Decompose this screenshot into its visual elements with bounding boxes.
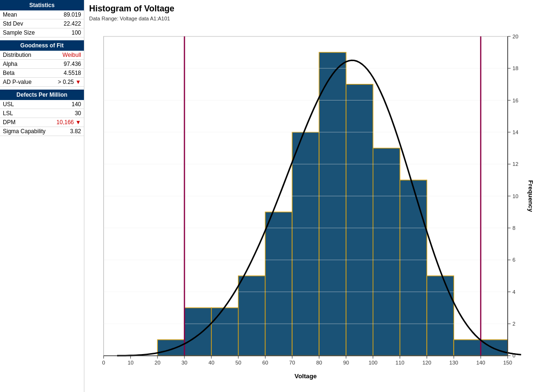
dpm-label: USL <box>0 100 52 109</box>
stats-row: Mean89.019 <box>0 10 84 19</box>
histogram-bar <box>292 132 319 356</box>
stat-value: 100 <box>52 28 84 37</box>
gof-value: Weibull <box>46 51 84 60</box>
statistics-table: Mean89.019Std Dev22.422Sample Size100 <box>0 10 84 37</box>
x-tick-label: 80 <box>316 360 322 365</box>
y-tick-label: 6 <box>512 257 515 263</box>
x-axis-label: Voltage <box>294 373 317 380</box>
stat-label: Std Dev <box>0 19 52 28</box>
gof-value: 97.436 <box>46 60 84 69</box>
x-tick-label: 30 <box>182 360 187 365</box>
x-tick-label: 140 <box>476 360 485 365</box>
x-tick-label: 40 <box>209 360 214 365</box>
stats-row: Sample Size100 <box>0 28 84 37</box>
histogram-bar <box>346 84 373 356</box>
y-tick-label: 20 <box>512 34 518 39</box>
y-tick-label: 4 <box>512 289 515 295</box>
histogram-bar <box>427 276 454 356</box>
y-tick-label: 8 <box>512 225 515 231</box>
histogram-bar <box>319 52 346 356</box>
dpm-label: LSL <box>0 109 52 118</box>
histogram-bar <box>400 180 427 356</box>
stat-label: Sample Size <box>0 28 52 37</box>
dpm-row: LSL30 <box>0 109 84 118</box>
gof-label: Alpha <box>0 60 46 69</box>
x-tick-label: 90 <box>343 360 349 365</box>
gof-row: AD P-value> 0.25 ▼ <box>0 78 84 87</box>
dpm-label: DPM <box>0 118 52 127</box>
statistics-header: Statistics <box>0 0 84 10</box>
goodness-table: DistributionWeibullAlpha97.436Beta4.5518… <box>0 51 84 87</box>
x-tick-label: 100 <box>368 360 377 365</box>
stat-value: 89.019 <box>52 10 84 19</box>
stat-value: 22.422 <box>52 19 84 28</box>
x-tick-label: 60 <box>262 360 268 365</box>
gof-row: Beta4.5518 <box>0 69 84 78</box>
goodness-header: Goodness of Fit <box>0 40 84 51</box>
gof-label: Beta <box>0 69 46 78</box>
chart-area: Histogram of Voltage Data Range: Voltage… <box>84 0 539 392</box>
dpm-section: Defects Per Million USL140LSL30DPM10,166… <box>0 90 84 136</box>
gof-label: Distribution <box>0 51 46 60</box>
histogram-bar <box>238 276 265 356</box>
gof-row: DistributionWeibull <box>0 51 84 60</box>
histogram-bar <box>184 308 211 356</box>
x-tick-label: 50 <box>235 360 241 365</box>
histogram-bar <box>481 340 508 356</box>
x-tick-label: 0 <box>102 360 105 365</box>
dpm-row: Sigma Capability3.82 <box>0 127 84 136</box>
sidebar: Statistics Mean89.019Std Dev22.422Sample… <box>0 0 84 392</box>
stats-row: Std Dev22.422 <box>0 19 84 28</box>
data-range: Data Range: Voltage data A1:A101 <box>89 16 534 21</box>
y-tick-label: 16 <box>512 98 518 103</box>
histogram-bar <box>157 340 184 356</box>
y-tick-label: 10 <box>512 193 518 199</box>
x-tick-label: 150 <box>503 360 512 365</box>
stat-label: Mean <box>0 10 52 19</box>
dpm-row: DPM10,166 ▼ <box>0 118 84 127</box>
goodness-section: Goodness of Fit DistributionWeibullAlpha… <box>0 40 84 87</box>
histogram-bar <box>373 148 400 356</box>
y-tick-label: 12 <box>512 161 518 167</box>
histogram-bar <box>454 340 481 356</box>
red-arrow-icon: ▼ <box>75 79 81 85</box>
dpm-row: USL140 <box>0 100 84 109</box>
x-tick-label: 10 <box>128 360 133 365</box>
chart-wrapper: 0102030405060708090100110120130140150024… <box>89 24 534 387</box>
x-tick-label: 110 <box>395 360 404 365</box>
main-container: Statistics Mean89.019Std Dev22.422Sample… <box>0 0 539 392</box>
x-tick-label: 120 <box>422 360 431 365</box>
red-arrow-icon: ▼ <box>75 119 81 126</box>
dpm-value: 10,166 ▼ <box>52 118 84 127</box>
histogram-bar <box>265 212 292 356</box>
gof-row: Alpha97.436 <box>0 60 84 69</box>
histogram-chart: 0102030405060708090100110120130140150024… <box>89 24 534 387</box>
y-tick-label: 2 <box>512 321 515 327</box>
x-tick-label: 70 <box>289 360 295 365</box>
dpm-value: 30 <box>52 109 84 118</box>
histogram-bar <box>211 308 238 356</box>
y-axis-label: Frequency <box>527 180 534 212</box>
dpm-table: USL140LSL30DPM10,166 ▼Sigma Capability3.… <box>0 100 84 136</box>
dpm-value: 3.82 <box>52 127 84 136</box>
statistics-section: Statistics Mean89.019Std Dev22.422Sample… <box>0 0 84 37</box>
chart-title: Histogram of Voltage <box>89 4 534 14</box>
gof-label: AD P-value <box>0 78 46 87</box>
x-tick-label: 130 <box>449 360 458 365</box>
y-tick-label: 14 <box>512 129 518 135</box>
dpm-label: Sigma Capability <box>0 127 52 136</box>
x-tick-label: 20 <box>155 360 160 365</box>
gof-value: 4.5518 <box>46 69 84 78</box>
gof-value: > 0.25 ▼ <box>46 78 84 87</box>
dpm-header: Defects Per Million <box>0 90 84 100</box>
dpm-value: 140 <box>52 100 84 109</box>
y-tick-label: 18 <box>512 65 518 71</box>
